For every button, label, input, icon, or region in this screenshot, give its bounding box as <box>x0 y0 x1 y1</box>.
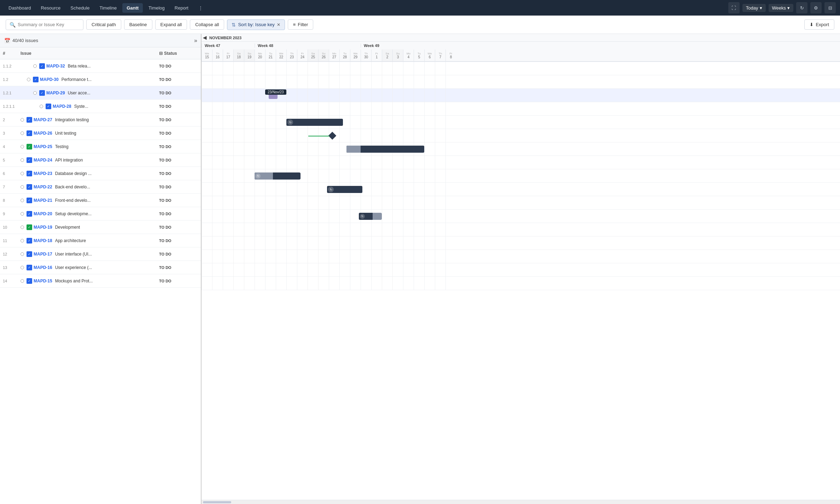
table-row[interactable]: 6 ✓ MAPD-23 Database design ... TO DO <box>0 167 201 180</box>
nav-report[interactable]: Report <box>170 3 193 13</box>
issue-type-icon: ✓ <box>27 251 32 257</box>
gantt-scrollbar[interactable] <box>202 500 840 504</box>
issue-key[interactable]: MAPD-16 <box>34 265 52 270</box>
grid-line <box>233 62 234 75</box>
row-issue-cell: ✓ MAPD-21 Front-end develo... <box>21 198 159 203</box>
issue-key[interactable]: MAPD-21 <box>34 198 52 203</box>
grid-line <box>414 263 414 276</box>
gantt-bar-dark[interactable]: ↻ <box>327 186 362 193</box>
day-cell: Mo20 <box>255 49 265 61</box>
grid-line <box>244 236 244 250</box>
row-dot <box>21 185 24 189</box>
issue-type-icon: ✓ <box>27 211 32 217</box>
today-button[interactable]: Today ▾ <box>742 4 766 12</box>
row-dot <box>21 225 24 229</box>
grid-line <box>392 236 393 250</box>
table-row[interactable]: 11 ✓ MAPD-18 App architecture TO DO <box>0 234 201 247</box>
nav-timeline[interactable]: Timeline <box>95 3 121 13</box>
table-row[interactable]: 4 ✓ MAPD-25 Testing TO DO <box>0 140 201 153</box>
grid-line <box>212 102 212 115</box>
settings-icon[interactable]: ⚙ <box>810 2 822 13</box>
grid-line <box>244 102 244 115</box>
weeks-button[interactable]: Weeks ▾ <box>769 4 794 12</box>
grid-line <box>212 156 212 169</box>
grid-line <box>202 210 202 223</box>
critical-path-button[interactable]: Critical path <box>86 19 121 30</box>
gantt-bar-graydark2[interactable]: ↻ <box>359 213 382 220</box>
table-row[interactable]: 13 ✓ MAPD-16 User experience (... TO DO <box>0 261 201 274</box>
issue-title: API integration <box>55 158 83 163</box>
table-row[interactable]: 1.2.1.1 ✓ MAPD-28 Syste... TO DO <box>0 100 201 113</box>
issue-key[interactable]: MAPD-29 <box>46 90 65 95</box>
filter-button[interactable]: ≡ Filter <box>288 19 313 30</box>
issue-key[interactable]: MAPD-26 <box>34 131 52 136</box>
gantt-row <box>202 102 840 116</box>
baseline-button[interactable]: Baseline <box>124 19 152 30</box>
issue-key[interactable]: MAPD-20 <box>34 211 52 216</box>
grid-line <box>403 236 403 250</box>
nav-gantt[interactable]: Gantt <box>122 3 143 13</box>
issue-key[interactable]: MAPD-28 <box>53 104 71 109</box>
table-row[interactable]: 2 ✓ MAPD-27 Integration testing TO DO <box>0 113 201 127</box>
search-input[interactable] <box>18 22 80 27</box>
grid-line <box>424 62 425 75</box>
gantt-bar-graydark[interactable]: ↻ <box>255 172 301 180</box>
nav-resource[interactable]: Resource <box>37 3 65 13</box>
issue-type-icon: ✓ <box>27 130 32 136</box>
grid-line <box>233 263 234 276</box>
table-row[interactable]: 12 ✓ MAPD-17 User interface (UI... TO DO <box>0 247 201 261</box>
issue-key[interactable]: MAPD-19 <box>34 225 52 230</box>
grid-line <box>350 263 350 276</box>
sort-close-icon[interactable]: ✕ <box>277 22 280 27</box>
export-button[interactable]: ⬇ Export <box>804 19 834 30</box>
table-row[interactable]: 1.1.2 ✓ MAPD-32 Beta relea... TO DO <box>0 59 201 73</box>
table-row[interactable]: 3 ✓ MAPD-26 Unit testing TO DO <box>0 127 201 140</box>
table-row[interactable]: 14 ✓ MAPD-15 Mockups and Prot... TO DO <box>0 274 201 288</box>
issue-key[interactable]: MAPD-22 <box>34 184 52 189</box>
issue-title: Integration testing <box>55 117 89 122</box>
issue-key[interactable]: MAPD-17 <box>34 252 52 257</box>
nav-schedule[interactable]: Schedule <box>66 3 94 13</box>
search-box[interactable]: 🔍 <box>6 19 83 30</box>
grid-line <box>276 277 276 290</box>
issue-key[interactable]: MAPD-15 <box>34 279 52 283</box>
gantt-bar-dark[interactable]: ↻ <box>286 119 343 126</box>
config-icon[interactable]: ⊟ <box>824 2 836 13</box>
table-row[interactable]: 7 ✓ MAPD-22 Back-end develo... TO DO <box>0 180 201 194</box>
issue-key[interactable]: MAPD-23 <box>34 171 52 176</box>
gantt-row <box>202 277 840 290</box>
expand-panel-icon[interactable]: » <box>194 37 197 44</box>
grid-line <box>371 62 372 75</box>
grid-line <box>255 236 255 250</box>
nav-more-icon[interactable]: ⋮ <box>196 3 206 13</box>
scrollbar-thumb[interactable] <box>203 501 231 503</box>
issue-title: Syste... <box>74 104 88 109</box>
grid-line <box>202 116 202 129</box>
gantt-milestone[interactable] <box>328 132 337 140</box>
nav-timelog[interactable]: Timelog <box>144 3 169 13</box>
issue-key[interactable]: MAPD-32 <box>46 64 65 69</box>
sort-button[interactable]: ⇅ Sort by: Issue key ✕ <box>227 19 285 30</box>
grid-line <box>445 129 446 142</box>
gantt-bar-mixed[interactable]: ↻ <box>346 146 424 153</box>
fullscreen-icon[interactable]: ⛶ <box>728 2 740 13</box>
row-status: TO DO <box>159 64 198 68</box>
nav-dashboard[interactable]: Dashboard <box>4 3 35 13</box>
issue-key[interactable]: MAPD-24 <box>34 158 52 163</box>
issue-key[interactable]: MAPD-18 <box>34 238 52 243</box>
collapse-all-button[interactable]: Collapse all <box>190 19 224 30</box>
issue-key[interactable]: MAPD-25 <box>34 144 52 149</box>
prev-month-icon[interactable]: ◀ <box>203 35 206 40</box>
table-row[interactable]: 8 ✓ MAPD-21 Front-end develo... TO DO <box>0 194 201 207</box>
grid-line <box>308 156 308 169</box>
issue-key[interactable]: MAPD-30 <box>40 77 59 82</box>
table-row[interactable]: 10 ✓ MAPD-19 Development TO DO <box>0 221 201 234</box>
table-row[interactable]: 5 ✓ MAPD-24 API integration TO DO <box>0 153 201 167</box>
grid-line <box>233 89 234 102</box>
table-row[interactable]: 9 ✓ MAPD-20 Setup developme... TO DO <box>0 207 201 221</box>
refresh-icon[interactable]: ↻ <box>796 2 807 13</box>
expand-all-button[interactable]: Expand all <box>155 19 187 30</box>
issue-key[interactable]: MAPD-27 <box>34 117 52 122</box>
table-row[interactable]: 1.2 ✓ MAPD-30 Performance t... TO DO <box>0 73 201 86</box>
table-row[interactable]: 1.2.1 ✓ MAPD-29 User acce... TO DO <box>0 86 201 100</box>
